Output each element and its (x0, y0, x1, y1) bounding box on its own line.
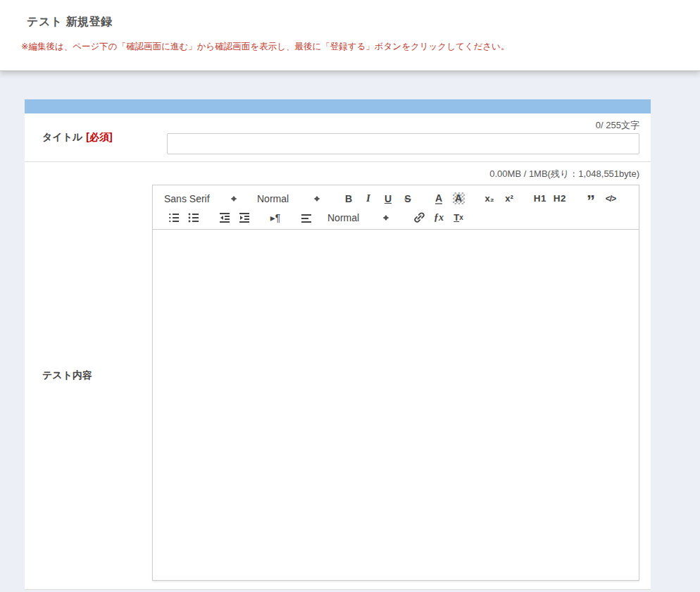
content-label: テスト内容 (42, 369, 92, 382)
clean-format-icon: T (454, 212, 459, 223)
text-color-button[interactable]: A (429, 190, 449, 207)
title-input[interactable] (167, 133, 639, 154)
style-select-value: Normal (327, 212, 383, 223)
font-select[interactable]: Sans Serif (164, 193, 237, 204)
link-button[interactable] (409, 209, 429, 226)
underline-button[interactable]: U (378, 190, 398, 207)
ordered-list-icon (168, 211, 180, 224)
header2-button[interactable]: H2 (550, 190, 570, 207)
align-group (296, 209, 316, 226)
page-header: テスト 新規登録 ※編集後は、ページ下の「確認画面に進む」から確認画面を表示し、… (0, 0, 700, 70)
toolbar-row-2: ▸¶ (164, 208, 632, 227)
size-select-value: Normal (257, 193, 314, 204)
heading-group: H1 H2 (530, 190, 570, 207)
text-direction-button[interactable]: ▸¶ (265, 209, 285, 226)
page-title: テスト 新規登録 (27, 15, 679, 30)
size-select[interactable]: Normal (257, 193, 320, 204)
code-block-button[interactable]: </> (601, 190, 620, 207)
style-select[interactable]: Normal (327, 212, 389, 223)
rich-text-editor: Sans Serif Normal B I U S (152, 185, 639, 581)
script-group: x₂ x² (480, 190, 519, 207)
bold-button[interactable]: B (339, 190, 358, 207)
content-row: テスト内容 0.00MB / 1MB(残り：1,048,551byte) San… (25, 162, 651, 590)
indent-button[interactable] (235, 209, 254, 226)
panel-accent-bar (25, 99, 651, 113)
chevron-updown-icon (231, 193, 237, 204)
format-group: B I U S (339, 190, 418, 207)
align-icon (300, 211, 313, 224)
header1-button[interactable]: H1 (530, 190, 550, 207)
editor-toolbar: Sans Serif Normal B I U S (153, 185, 639, 230)
title-field-cell: 0/ 255文字 (167, 113, 651, 161)
outdent-icon (218, 211, 231, 224)
insert-group: ƒx Tx (409, 209, 468, 226)
title-row: タイトル [必須] 0/ 255文字 (25, 113, 651, 162)
background-color-icon: A (453, 192, 465, 204)
subscript-button[interactable]: x₂ (480, 190, 499, 207)
strikethrough-button[interactable]: S (398, 190, 418, 207)
font-select-value: Sans Serif (164, 193, 231, 204)
editor-content[interactable] (153, 230, 639, 580)
bullet-list-button[interactable] (184, 209, 204, 226)
italic-button[interactable]: I (358, 190, 378, 207)
background-color-button[interactable]: A (449, 190, 468, 207)
bullet-list-icon (187, 211, 200, 224)
color-group: A A (429, 190, 468, 207)
direction-group: ▸¶ (265, 209, 285, 226)
size-info: 0.00MB / 1MB(残り：1,048,551byte) (152, 168, 639, 180)
form-panel: タイトル [必須] 0/ 255文字 テスト内容 0.00MB / 1MB(残り… (25, 99, 651, 590)
block-group: ” </> (581, 190, 620, 207)
content-label-cell: テスト内容 (25, 162, 152, 589)
link-icon (413, 211, 425, 223)
ordered-list-button[interactable] (164, 209, 184, 226)
toolbar-row-1: Sans Serif Normal B I U S (164, 189, 632, 208)
page: テスト 新規登録 ※編集後は、ページ下の「確認画面に進む」から確認画面を表示し、… (0, 0, 700, 590)
blockquote-button[interactable]: ” (581, 190, 601, 207)
text-color-icon: A (435, 193, 442, 204)
indent-icon (238, 211, 251, 224)
chevron-updown-icon (383, 212, 389, 223)
warning-note: ※編集後は、ページ下の「確認画面に進む」から確認画面を表示し、最後に「登録する」… (21, 41, 679, 53)
align-button[interactable] (296, 209, 316, 226)
title-label: タイトル (42, 131, 82, 144)
chevron-updown-icon (314, 193, 320, 204)
required-badge: [必須] (86, 131, 112, 144)
superscript-button[interactable]: x² (499, 190, 519, 207)
content-field-cell: 0.00MB / 1MB(残り：1,048,551byte) Sans Seri… (152, 162, 651, 589)
title-label-cell: タイトル [必須] (25, 113, 167, 161)
formula-button[interactable]: ƒx (429, 209, 449, 226)
clean-format-button[interactable]: Tx (449, 209, 468, 226)
indent-group (215, 209, 254, 226)
list-group (164, 209, 204, 226)
char-counter: 0/ 255文字 (167, 119, 639, 131)
outdent-button[interactable] (215, 209, 235, 226)
